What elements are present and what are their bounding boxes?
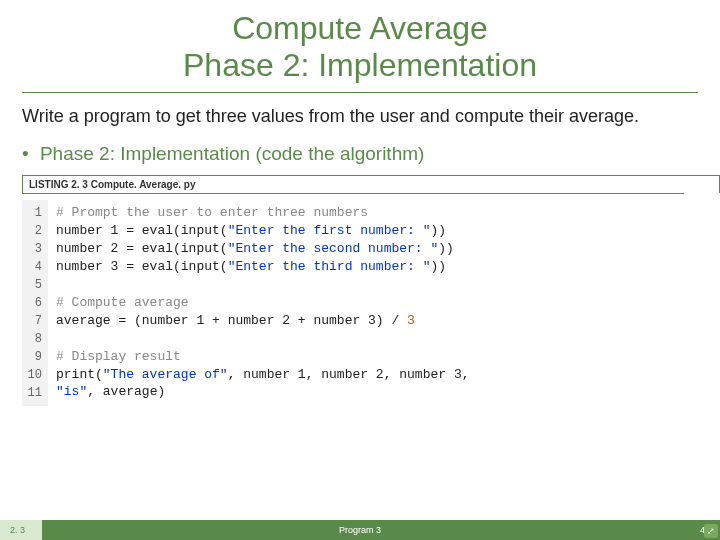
code-string: "is" — [56, 384, 87, 399]
line-number: 8 — [26, 330, 42, 348]
expand-icon[interactable]: ⤢ — [704, 524, 718, 538]
bullet-marker: • — [22, 143, 29, 164]
line-number: 9 — [26, 348, 42, 366]
code-text: , number 1, number 2, number 3, — [228, 367, 470, 382]
code-text: )) — [430, 223, 446, 238]
footer: 2. 3 Program 3 47 — [0, 520, 720, 540]
line-number: 4 — [26, 258, 42, 276]
line-number: 11 — [26, 384, 42, 402]
code-text: number 3 = eval(input( — [56, 259, 228, 274]
intro-text: Write a program to get three values from… — [22, 105, 698, 128]
line-number: 5 — [26, 276, 42, 294]
title-underline — [22, 92, 698, 93]
line-number: 10 — [26, 366, 42, 384]
code-text: )) — [438, 241, 454, 256]
line-number: 2 — [26, 222, 42, 240]
code-string: "Enter the second number: " — [228, 241, 439, 256]
code-block: 1 2 3 4 5 6 7 8 9 10 11 # Prompt the use… — [22, 193, 684, 406]
code-string: "Enter the third number: " — [228, 259, 431, 274]
bullet-item: • Phase 2: Implementation (code the algo… — [22, 143, 698, 165]
footer-program-label: Program 3 — [42, 520, 678, 540]
code-text: )) — [430, 259, 446, 274]
code-comment: # Compute average — [56, 295, 189, 310]
line-number: 1 — [26, 204, 42, 222]
code-text: print( — [56, 367, 103, 382]
slide: Compute Average Phase 2: Implementation … — [0, 0, 720, 540]
code-text: number 1 = eval(input( — [56, 223, 228, 238]
code-content: # Prompt the user to enter three numbers… — [56, 200, 469, 406]
line-number: 6 — [26, 294, 42, 312]
footer-section-number: 2. 3 — [0, 520, 42, 540]
code-text: number 2 = eval(input( — [56, 241, 228, 256]
line-number: 7 — [26, 312, 42, 330]
code-string: "Enter the first number: " — [228, 223, 431, 238]
title-line-2: Phase 2: Implementation — [0, 47, 720, 84]
title-line-1: Compute Average — [0, 10, 720, 47]
code-string: "The average of" — [103, 367, 228, 382]
slide-title: Compute Average Phase 2: Implementation — [0, 10, 720, 84]
line-number: 3 — [26, 240, 42, 258]
listing-label: LISTING 2. 3 Compute. Average. py — [22, 175, 720, 193]
code-number: 3 — [407, 313, 415, 328]
bullet-text: Phase 2: Implementation (code the algori… — [40, 143, 424, 164]
line-number-gutter: 1 2 3 4 5 6 7 8 9 10 11 — [22, 200, 48, 406]
code-text: average = (number 1 + number 2 + number … — [56, 313, 407, 328]
code-comment: # Display result — [56, 349, 181, 364]
code-text: , average) — [87, 384, 165, 399]
code-comment: # Prompt the user to enter three numbers — [56, 205, 368, 220]
